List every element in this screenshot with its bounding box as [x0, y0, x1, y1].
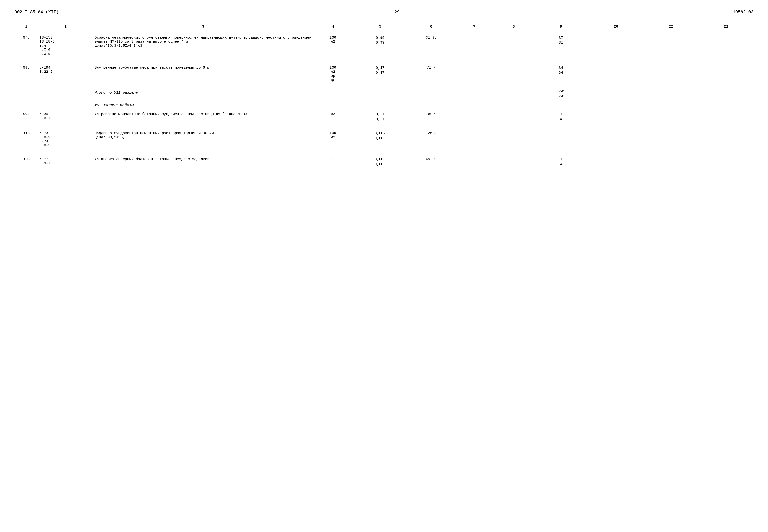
qty-top: 0,47 [376, 66, 384, 71]
page-header: 902-I-85.84 (XII) -- 29 - 19582-03 [14, 10, 754, 14]
qty-bottom: 0,99 [376, 40, 384, 45]
row-description: Окраска металлических огрунтованных пове… [93, 32, 313, 58]
col9-fraction: 34 34 [559, 66, 563, 75]
col9-fraction: 4 4 [560, 157, 562, 167]
spacer-row [14, 150, 754, 154]
total-label: Итого по УII разделу [93, 88, 313, 100]
col9-bottom: 34 [559, 71, 563, 75]
row-description: Установка анкерных болтов в готовые гнез… [93, 154, 313, 169]
col9-top: 4 [560, 112, 562, 117]
total-col6 [407, 88, 455, 100]
col-header-8: 8 [494, 22, 533, 32]
table-row: 97. I3-I53I3.I8-6т.ч.п.I.6п.3.9 Окраска … [14, 32, 754, 58]
row-code: I3-I53I3.I8-6т.ч.п.I.6п.3.9 [38, 32, 93, 58]
row-col6: 3I,35 [407, 32, 455, 58]
row-col10 [588, 128, 643, 150]
row-unit: м3 [313, 109, 353, 124]
qty-fraction: 0,006 0,006 [375, 157, 386, 167]
qty-fraction: 0,47 0,47 [376, 66, 384, 75]
row-description: Устройство монолитных бетонных фундамент… [93, 109, 313, 124]
total-col9: 550 550 [533, 88, 589, 100]
row-col12 [698, 128, 754, 150]
section-title: УШ. Разные работы [93, 100, 754, 109]
row-qty: 0,99 0,99 [353, 32, 408, 58]
header-center: -- 29 - [387, 10, 405, 14]
total-qty [353, 88, 408, 100]
col9-fraction: I I [560, 131, 562, 141]
row-col12 [698, 62, 754, 84]
table-row: 98. 8-I948.22-6 Внутренние трубчатые лес… [14, 62, 754, 84]
row-col9: 4 4 [533, 154, 589, 169]
row-col11 [643, 154, 699, 169]
row-qty: 0,II 0,II [353, 109, 408, 124]
section-num [14, 100, 38, 109]
row-col12 [698, 109, 754, 124]
main-table: 1 2 3 4 5 6 7 8 9 IO II I2 97. I3-I53I3.… [14, 22, 754, 173]
qty-bottom: 0,006 [375, 162, 386, 167]
col-header-4: 4 [313, 22, 353, 32]
col-header-1: 1 [14, 22, 38, 32]
row-col9: I I [533, 128, 589, 150]
main-table-container: 1 2 3 4 5 6 7 8 9 IO II I2 97. I3-I53I3.… [14, 22, 754, 173]
row-number: IOI. [14, 154, 38, 169]
row-number: 97. [14, 32, 38, 58]
row-col12 [698, 32, 754, 58]
spacer-row [14, 169, 754, 173]
spacer-row [14, 58, 754, 62]
row-col9: 34 34 [533, 62, 589, 84]
row-col7 [455, 32, 494, 58]
spacer-row [14, 84, 754, 88]
col-header-3: 3 [93, 22, 313, 32]
total-col12 [698, 88, 754, 100]
col-header-9: 9 [533, 22, 589, 32]
row-code: 6-776.9-I [38, 154, 93, 169]
row-col10 [588, 109, 643, 124]
col9-top: 3I [559, 36, 563, 40]
row-description: Подливка фундаментов цементным раствором… [93, 128, 313, 150]
section-code [38, 100, 93, 109]
col-header-5: 5 [353, 22, 408, 32]
total-fraction-top: 550 [558, 89, 564, 94]
row-col10 [588, 154, 643, 169]
row-col7 [455, 154, 494, 169]
col9-top: I [560, 131, 562, 136]
qty-top: 0,99 [376, 36, 384, 40]
row-qty: 0,47 0,47 [353, 62, 408, 84]
total-num [14, 88, 38, 100]
col9-top: 4 [560, 157, 562, 162]
row-col6: 7I,7 [407, 62, 455, 84]
total-col11 [643, 88, 699, 100]
row-col11 [643, 62, 699, 84]
col-header-10: IO [588, 22, 643, 32]
row-number: 99. [14, 109, 38, 124]
qty-fraction: 0,002 0,002 [375, 131, 386, 141]
row-description: Внутренние трубчатые леса при высоте пом… [93, 62, 313, 84]
row-number: 98. [14, 62, 38, 84]
row-col8 [494, 128, 533, 150]
row-col10 [588, 32, 643, 58]
row-col11 [643, 128, 699, 150]
row-col10 [588, 62, 643, 84]
row-qty: 0,006 0,006 [353, 154, 408, 169]
col9-top: 34 [559, 66, 563, 71]
table-row: IOI. 6-776.9-I Установка анкерных болтов… [14, 154, 754, 169]
qty-bottom: 0,47 [376, 71, 384, 75]
col-header-7: 7 [455, 22, 494, 32]
totals-row: Итого по УII разделу 550 550 [14, 88, 754, 100]
row-col11 [643, 32, 699, 58]
total-col10 [588, 88, 643, 100]
spacer-row [14, 124, 754, 128]
row-col6: I25,3 [407, 128, 455, 150]
qty-fraction: 0,99 0,99 [376, 36, 384, 45]
row-code: 6-306.3-I [38, 109, 93, 124]
total-code [38, 88, 93, 100]
row-unit: IOOм2 [313, 32, 353, 58]
row-unit: т [313, 154, 353, 169]
row-qty: 0,002 0,002 [353, 128, 408, 150]
qty-bottom: 0,002 [375, 136, 386, 141]
row-code: 6-736.8-26-746.8-3 [38, 128, 93, 150]
col9-bottom: 3I [559, 40, 563, 45]
row-number: IOO. [14, 128, 38, 150]
col9-fraction: 4 4 [560, 112, 562, 122]
row-col8 [494, 32, 533, 58]
